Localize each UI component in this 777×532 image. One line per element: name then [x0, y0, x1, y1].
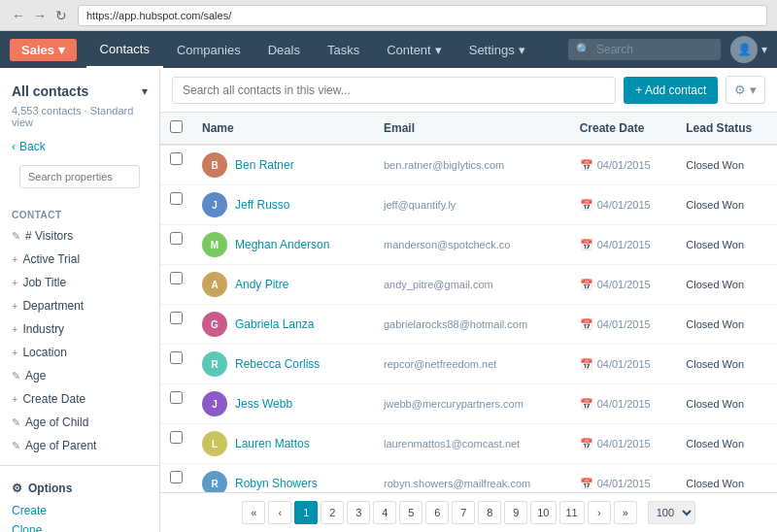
row-checkbox-cell[interactable] [160, 146, 192, 172]
nav-item-deals[interactable]: Deals [254, 31, 314, 68]
page-button[interactable]: » [614, 501, 637, 524]
page-button[interactable]: 6 [425, 501, 449, 524]
row-checkbox-cell[interactable] [160, 185, 192, 212]
calendar-icon: 📅 [580, 398, 593, 411]
option-create[interactable]: Create [12, 501, 148, 520]
calendar-icon: 📅 [580, 279, 593, 291]
row-status-cell: Closed Won [676, 185, 777, 225]
contact-name-link[interactable]: Jeff Russo [235, 198, 289, 212]
browser-nav[interactable]: ← → ↻ [10, 7, 70, 24]
filter-age-of-child[interactable]: ✎ Age of Child [0, 411, 159, 434]
contact-name-link[interactable]: Lauren Mattos [235, 437, 310, 450]
row-checkbox[interactable] [170, 431, 183, 444]
filter-create-date[interactable]: + Create Date [0, 387, 159, 411]
nav-item-companies[interactable]: Companies [163, 31, 254, 68]
select-all-checkbox[interactable] [170, 120, 183, 133]
row-checkbox-cell[interactable] [160, 345, 192, 371]
contact-name-link[interactable]: Andy Pitre [235, 278, 288, 291]
column-name[interactable]: Name [192, 113, 374, 145]
page-button[interactable]: 8 [478, 501, 501, 524]
row-email-cell: manderson@spotcheck.co [374, 225, 570, 265]
page-button[interactable]: 3 [347, 501, 370, 524]
row-date-cell: 📅04/01/2015 [570, 145, 677, 185]
page-button[interactable]: 2 [321, 501, 344, 524]
row-checkbox[interactable] [170, 312, 183, 324]
row-status-cell: Closed Won [676, 424, 777, 464]
column-create-date[interactable]: Create Date [570, 113, 677, 145]
main-layout: All contacts ▾ 4,553 contacts · Standard… [0, 68, 777, 532]
contact-name-link[interactable]: Jess Webb [235, 397, 292, 411]
contact-name-link[interactable]: Robyn Showers [235, 477, 318, 490]
row-checkbox[interactable] [170, 272, 183, 284]
nav-item-settings[interactable]: Settings ▾ [456, 31, 539, 68]
nav-search-input[interactable] [596, 43, 713, 56]
page-button[interactable]: 4 [373, 501, 396, 524]
row-checkbox[interactable] [170, 351, 183, 364]
row-name-cell: L Lauren Mattos [192, 424, 374, 464]
filter-department[interactable]: + Department [0, 294, 159, 317]
filter-age-of-parent[interactable]: ✎ Age of Parent [0, 434, 159, 457]
filter-active-trial[interactable]: + Active Trial [0, 248, 159, 271]
per-page-select[interactable]: 1005025 [648, 501, 695, 524]
page-button[interactable]: 7 [452, 501, 475, 524]
filter-location[interactable]: + Location [0, 341, 159, 364]
forward-button[interactable]: → [31, 7, 49, 24]
contact-name-link[interactable]: Gabriela Lanza [235, 317, 314, 331]
row-checkbox[interactable] [170, 152, 183, 165]
option-clone[interactable]: Clone [12, 520, 148, 532]
row-checkbox[interactable] [170, 391, 183, 404]
table-settings-button[interactable]: ⚙ ▾ [726, 76, 765, 104]
row-checkbox[interactable] [170, 232, 183, 245]
page-button[interactable]: ‹ [268, 501, 291, 524]
row-checkbox-cell[interactable] [160, 384, 192, 411]
search-properties-input[interactable] [19, 165, 140, 188]
nav-item-tasks[interactable]: Tasks [314, 31, 373, 68]
calendar-icon: 📅 [580, 358, 593, 371]
column-email[interactable]: Email [374, 113, 570, 145]
row-status-cell: Closed Won [676, 464, 777, 493]
filter-industry[interactable]: + Industry [0, 317, 159, 341]
page-button[interactable]: 10 [530, 501, 556, 524]
contact-name-link[interactable]: Ben Ratner [235, 158, 294, 172]
filter-age[interactable]: ✎ Age [0, 364, 159, 387]
table-row: J Jess Webb jwebb@mercurypartners.com 📅0… [160, 384, 777, 424]
add-contact-button[interactable]: + Add contact [624, 77, 718, 104]
row-checkbox-cell[interactable] [160, 265, 192, 291]
nav-item-contacts[interactable]: Contacts [86, 31, 163, 68]
back-button[interactable]: ← [10, 7, 27, 24]
contacts-search-input[interactable] [172, 77, 616, 104]
row-checkbox-cell[interactable] [160, 225, 192, 251]
url-bar[interactable] [78, 5, 767, 26]
row-checkbox-cell[interactable] [160, 305, 192, 331]
divider [0, 465, 159, 466]
filter-visitors[interactable]: ✎ # Visitors [0, 224, 159, 248]
select-all-header[interactable] [160, 113, 192, 145]
contact-name-link[interactable]: Rebecca Corliss [235, 357, 320, 371]
page-button[interactable]: › [588, 501, 611, 524]
avatar-arrow[interactable]: ▾ [761, 43, 767, 56]
page-button[interactable]: 1 [294, 501, 318, 524]
dropdown-arrow-icon[interactable]: ▾ [142, 84, 148, 98]
column-lead-status[interactable]: Lead Status [676, 113, 777, 145]
reload-button[interactable]: ↻ [52, 7, 70, 24]
row-checkbox-cell[interactable] [160, 424, 192, 450]
row-checkbox-cell[interactable] [160, 464, 192, 490]
contact-name-link[interactable]: Meghan Anderson [235, 238, 329, 251]
page-button[interactable]: 5 [399, 501, 422, 524]
row-checkbox[interactable] [170, 471, 183, 483]
row-checkbox[interactable] [170, 192, 183, 205]
row-name-cell: J Jess Webb [192, 384, 374, 424]
page-button[interactable]: 9 [504, 501, 527, 524]
nav-search-box[interactable]: 🔍 [568, 39, 721, 60]
row-status-cell: Closed Won [676, 225, 777, 265]
nav-item-content[interactable]: Content ▾ [373, 31, 456, 68]
row-name-cell: A Andy Pitre [192, 265, 374, 305]
page-button[interactable]: 11 [559, 501, 585, 524]
edit-icon: ✎ [12, 230, 20, 243]
back-link[interactable]: ‹ Back [0, 136, 159, 157]
filter-job-title[interactable]: + Job Title [0, 271, 159, 294]
avatar: J [202, 391, 227, 416]
brand-menu[interactable]: Sales ▾ [10, 39, 77, 61]
user-avatar[interactable]: 👤 [730, 36, 758, 63]
page-button[interactable]: « [242, 501, 265, 524]
